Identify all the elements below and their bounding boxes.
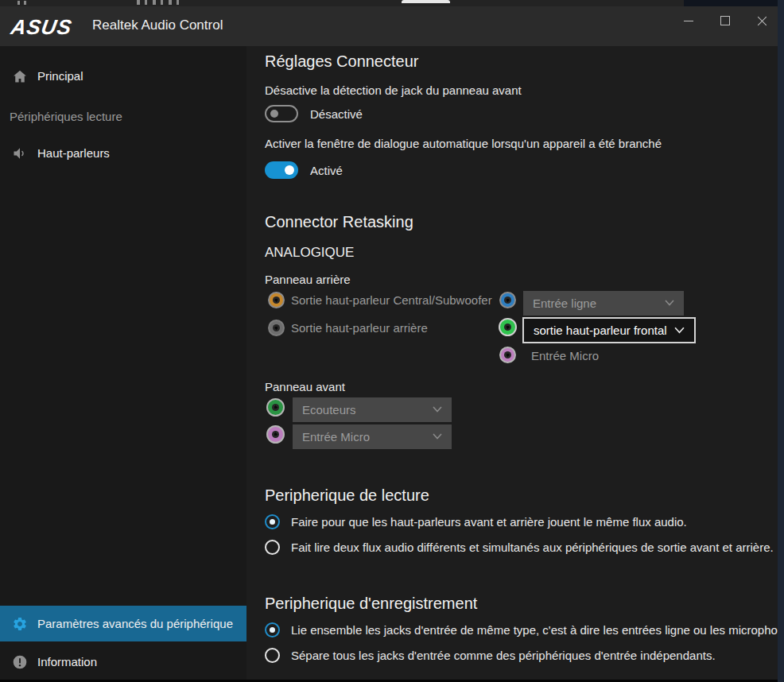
speaker-icon: [12, 145, 28, 161]
jack-label-center-subwoofer: Sortie haut-parleur Central/Subwoofer: [291, 293, 492, 307]
chevron-down-icon: [433, 433, 442, 440]
maximize-icon: [720, 16, 730, 25]
rear-panel-label: Panneau arrière: [265, 273, 351, 286]
auto-popup-toggle[interactable]: [265, 161, 298, 179]
recording-option-1-radio[interactable]: [265, 622, 280, 637]
info-icon: [12, 654, 28, 670]
dropdown-value: Entrée ligne: [533, 296, 596, 310]
jack-detection-label: Désactive la détection de jack du pannea…: [265, 83, 522, 97]
titlebar: ASUS Realtek Audio Control: [0, 6, 778, 46]
jack-hole: [272, 404, 279, 411]
asus-logo: ASUS: [9, 15, 74, 40]
jack-green-front-out: [499, 318, 517, 336]
front-mic-dropdown[interactable]: Entrée Micro: [293, 424, 452, 449]
jack-blue-line-in: [499, 292, 516, 308]
toggle-knob: [270, 110, 278, 118]
background-fragment: [169, 0, 172, 5]
jack-orange-center-subwoofer: [268, 292, 285, 308]
screen: ASUS Realtek Audio Control Principal Pér…: [0, 0, 784, 682]
minimize-button[interactable]: [671, 6, 706, 35]
jack-label-mic-in: Entrée Micro: [531, 349, 599, 362]
jack-label-rear-speaker: Sortie haut-parleur arrière: [291, 321, 428, 335]
section-title-connector-retasking: Connector Retasking: [265, 213, 413, 231]
sidebar-item-label: Principal: [37, 69, 83, 83]
recording-option-2-radio[interactable]: [265, 648, 280, 663]
toggle-knob: [285, 165, 294, 175]
recording-option-1-label: Lie ensemble les jacks d'entrée de même …: [291, 623, 778, 637]
jack-pink-front-mic: [266, 425, 285, 444]
jack-detection-state: Désactivé: [310, 107, 363, 121]
recording-option-2-label: Sépare tous les jacks d'entrée comme des…: [291, 649, 716, 662]
app-title: Realtek Audio Control: [92, 17, 223, 33]
content-panel: Réglages Connecteur Désactive la détecti…: [246, 46, 778, 682]
radio-dot: [270, 519, 275, 525]
section-title-recording-device: Peripherique d'enregistrement: [265, 595, 477, 613]
line-in-dropdown[interactable]: Entrée ligne: [523, 291, 684, 316]
chevron-down-icon: [674, 327, 685, 334]
sidebar-item-principal[interactable]: Principal: [0, 58, 246, 94]
sidebar-section-playback-devices: Périphériques lecture: [10, 110, 122, 123]
jack-hole: [504, 324, 511, 331]
background-fragment: [17, 1, 20, 5]
background-fragment: [24, 1, 26, 5]
background-dark-area: [684, 0, 784, 6]
jack-green-headphones: [266, 398, 285, 417]
background-fragment: [145, 0, 147, 5]
playback-option-2-radio[interactable]: [265, 540, 280, 555]
chevron-down-icon: [665, 300, 674, 306]
close-icon: [757, 16, 767, 26]
section-title-connector-settings: Réglages Connecteur: [265, 52, 418, 71]
auto-popup-label: Activer la fenêtre de dialogue automatiq…: [265, 137, 662, 150]
background-fragment: [177, 0, 179, 5]
background-window-top-strip: [0, 0, 784, 6]
playback-option-2-label: Fait lire deux flux audio différents et …: [291, 541, 774, 554]
jack-hole: [273, 296, 280, 304]
background-browser-tab: [402, 0, 450, 3]
sidebar-item-information[interactable]: Information: [0, 644, 246, 680]
home-icon: [12, 68, 28, 84]
realtek-audio-control-window: ASUS Realtek Audio Control Principal Pér…: [0, 6, 778, 682]
dropdown-value: sortie haut-parleur frontal: [534, 324, 667, 337]
jack-hole: [273, 324, 280, 331]
background-window-right-strip: [778, 0, 784, 682]
chevron-down-icon: [433, 406, 442, 413]
jack-pink-mic-in: [499, 347, 516, 363]
jack-hole: [504, 296, 511, 304]
playback-option-1-radio[interactable]: [265, 514, 280, 529]
front-panel-label: Panneau avant: [265, 380, 345, 393]
dropdown-value: Ecouteurs: [302, 403, 356, 417]
background-fragment: [137, 0, 140, 5]
front-speaker-dropdown[interactable]: sortie haut-parleur frontal: [522, 317, 696, 343]
auto-popup-state: Activé: [310, 164, 343, 177]
jack-hole: [272, 431, 279, 438]
sidebar-item-speakers[interactable]: Haut-parleurs: [0, 135, 246, 171]
background-fragment: [153, 0, 156, 5]
sidebar: Principal Périphériques lecture Haut-par…: [0, 46, 246, 682]
sidebar-item-label: Information: [37, 655, 97, 668]
jack-detection-toggle[interactable]: [265, 105, 298, 122]
section-title-playback-device: Peripherique de lecture: [265, 486, 429, 505]
radio-dot: [270, 627, 275, 633]
sidebar-item-label: Haut-parleurs: [37, 146, 110, 160]
jack-hole: [504, 351, 511, 358]
background-fragment: [161, 0, 163, 5]
minimize-icon: [684, 21, 693, 21]
sidebar-item-advanced-settings[interactable]: Paramètres avancés du périphérique: [0, 606, 246, 641]
headphones-dropdown[interactable]: Ecouteurs: [293, 397, 452, 422]
jack-gray-rear-speaker: [268, 320, 285, 336]
close-button[interactable]: [744, 6, 778, 35]
playback-option-1-label: Faire pour que les haut-parleurs avant e…: [291, 515, 687, 529]
gear-icon: [12, 616, 28, 632]
maximize-button[interactable]: [708, 6, 743, 35]
sidebar-item-label: Paramètres avancés du périphérique: [37, 617, 233, 630]
group-title-analog: ANALOGIQUE: [265, 245, 354, 261]
dropdown-value: Entrée Micro: [302, 430, 370, 444]
